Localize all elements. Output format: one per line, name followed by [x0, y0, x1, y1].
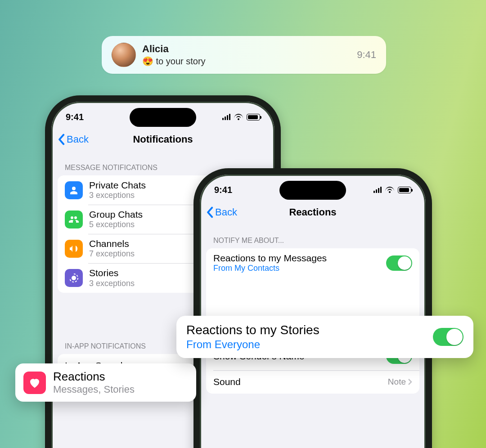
stories-icon: [65, 269, 83, 287]
back-label: Back: [67, 134, 89, 145]
row-title: Reactions to my Messages: [213, 253, 386, 264]
back-label: Back: [215, 206, 237, 218]
heart-icon: [23, 372, 46, 394]
row-subtitle: From Everyone: [186, 338, 433, 351]
status-indicators: [374, 187, 411, 193]
notification-body: 😍 to your story: [142, 56, 206, 67]
notification-texts: Alicia 😍 to your story: [142, 43, 206, 67]
nav-bar: Back Notifications: [51, 128, 274, 151]
notification-time: 9:41: [357, 49, 376, 61]
chevron-right-icon: [408, 378, 412, 385]
row-subtitle: From My Contacts: [213, 264, 386, 273]
megaphone-icon: [65, 240, 83, 258]
battery-icon: [398, 187, 411, 193]
row-reactions-popout[interactable]: Reactions Messages, Stories: [15, 363, 196, 402]
toggle-reactions-stories[interactable]: [433, 328, 464, 346]
row-subtitle: Messages, Stories: [53, 384, 135, 395]
status-bar: 9:41: [51, 102, 274, 128]
story-reaction-notification[interactable]: Alicia 😍 to your story 9:41: [102, 36, 386, 74]
toggle-reactions-messages[interactable]: [386, 255, 412, 271]
group-icon: [65, 211, 83, 228]
chevron-left-icon: [58, 134, 65, 145]
battery-icon: [247, 114, 260, 121]
status-time: 9:41: [214, 185, 232, 195]
row-reactions-messages[interactable]: Reactions to my Messages From My Contact…: [206, 248, 419, 278]
status-indicators: [222, 114, 260, 121]
wifi-icon: [234, 114, 243, 120]
row-reactions-stories-popout[interactable]: Reactions to my Stories From Everyone: [176, 316, 473, 358]
wifi-icon: [385, 187, 394, 193]
avatar: [112, 43, 136, 67]
row-title: Reactions: [53, 370, 135, 384]
row-sound[interactable]: Sound Note: [206, 370, 419, 394]
chevron-left-icon: [206, 206, 213, 218]
back-button[interactable]: Back: [58, 128, 89, 151]
cellular-icon: [222, 114, 230, 120]
cellular-icon: [374, 187, 382, 193]
person-icon: [65, 181, 83, 199]
phone-reactions: 9:41 Back Reactions NOTIFY ME ABOUT... R…: [194, 168, 432, 448]
notify-list: Reactions to my Messages From My Contact…: [206, 248, 419, 321]
notification-sender: Alicia: [142, 43, 206, 55]
page-title: Reactions: [289, 206, 336, 218]
page-title: Notifications: [133, 134, 193, 145]
nav-bar: Back Reactions: [200, 201, 426, 224]
status-bar: 9:41: [200, 175, 426, 201]
row-title: Sound: [213, 376, 388, 387]
status-time: 9:41: [66, 112, 84, 122]
row-title: Reactions to my Stories: [186, 323, 433, 337]
svg-point-0: [72, 276, 76, 280]
row-value: Note: [388, 377, 406, 387]
section-header-notify: NOTIFY ME ABOUT...: [200, 224, 426, 248]
back-button[interactable]: Back: [206, 201, 237, 224]
